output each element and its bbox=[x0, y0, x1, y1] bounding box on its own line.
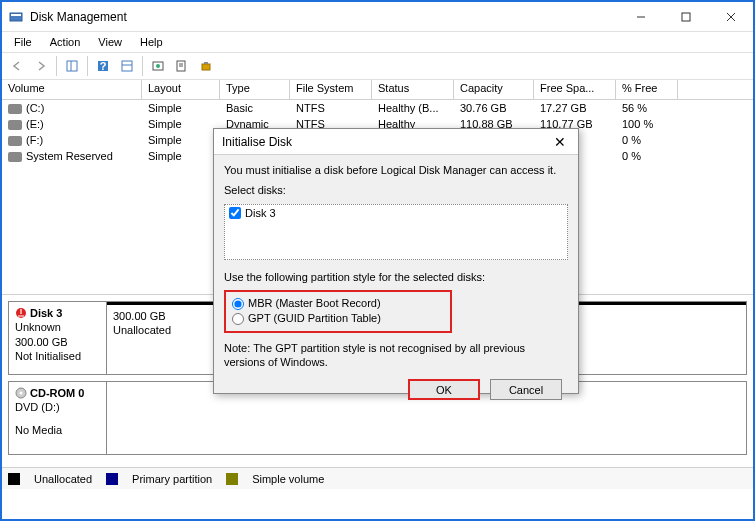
disk-drive-letter: DVD (D:) bbox=[15, 400, 100, 414]
maximize-button[interactable] bbox=[663, 2, 708, 31]
mbr-radio[interactable] bbox=[232, 298, 244, 310]
svg-rect-17 bbox=[202, 64, 210, 70]
toolbar: ? bbox=[2, 52, 753, 80]
mbr-label: MBR (Master Boot Record) bbox=[248, 296, 381, 311]
menubar: File Action View Help bbox=[2, 32, 753, 52]
disk-name: Disk 3 bbox=[30, 306, 62, 320]
gpt-radio[interactable] bbox=[232, 313, 244, 325]
disk-status: Unknown bbox=[15, 320, 100, 334]
partition-style-label: Use the following partition style for th… bbox=[224, 270, 568, 284]
app-icon bbox=[8, 9, 24, 25]
col-pctfree[interactable]: % Free bbox=[616, 80, 678, 99]
col-filesystem[interactable]: File System bbox=[290, 80, 372, 99]
svg-rect-10 bbox=[122, 61, 132, 71]
col-layout[interactable]: Layout bbox=[142, 80, 220, 99]
menu-action[interactable]: Action bbox=[42, 34, 89, 50]
svg-rect-6 bbox=[67, 61, 77, 71]
ok-button[interactable]: OK bbox=[408, 379, 480, 400]
legend-swatch-unallocated bbox=[8, 473, 20, 485]
menu-view[interactable]: View bbox=[90, 34, 130, 50]
menu-help[interactable]: Help bbox=[132, 34, 171, 50]
volume-header: Volume Layout Type File System Status Ca… bbox=[2, 80, 753, 100]
dialog-title: Initialise Disk bbox=[222, 135, 550, 149]
drive-icon bbox=[8, 120, 22, 130]
partition-style-group: MBR (Master Boot Record) GPT (GUID Parti… bbox=[224, 290, 452, 333]
legend-swatch-simple bbox=[226, 473, 238, 485]
disk-label: Disk 3 Unknown 300.00 GB Not Initialised bbox=[9, 302, 107, 374]
volume-row[interactable]: (C:) Simple Basic NTFS Healthy (B... 30.… bbox=[2, 100, 753, 116]
settings-icon[interactable] bbox=[195, 55, 217, 77]
disk-media-status: No Media bbox=[15, 423, 100, 437]
cancel-button[interactable]: Cancel bbox=[490, 379, 562, 400]
disk-label: CD-ROM 0 DVD (D:) No Media bbox=[9, 382, 107, 454]
gpt-label: GPT (GUID Partition Table) bbox=[248, 311, 381, 326]
window-title: Disk Management bbox=[30, 10, 618, 24]
select-disks-label: Select disks: bbox=[224, 183, 568, 197]
disk-name: CD-ROM 0 bbox=[30, 386, 84, 400]
legend-label: Simple volume bbox=[252, 473, 324, 485]
col-volume[interactable]: Volume bbox=[2, 80, 142, 99]
col-capacity[interactable]: Capacity bbox=[454, 80, 534, 99]
drive-icon bbox=[8, 104, 22, 114]
col-status[interactable]: Status bbox=[372, 80, 454, 99]
minimize-button[interactable] bbox=[618, 2, 663, 31]
svg-rect-18 bbox=[204, 62, 208, 64]
legend-swatch-primary bbox=[106, 473, 118, 485]
help-icon[interactable]: ? bbox=[92, 55, 114, 77]
close-button[interactable] bbox=[708, 2, 753, 31]
disk-checkbox-label: Disk 3 bbox=[245, 207, 276, 219]
back-button[interactable] bbox=[6, 55, 28, 77]
mbr-radio-row[interactable]: MBR (Master Boot Record) bbox=[232, 296, 444, 311]
disk-select-list[interactable]: Disk 3 bbox=[224, 204, 568, 260]
dialog-note: Note: The GPT partition style is not rec… bbox=[224, 341, 568, 370]
disk3-checkbox[interactable] bbox=[229, 207, 241, 219]
legend-label: Primary partition bbox=[132, 473, 212, 485]
col-type[interactable]: Type bbox=[220, 80, 290, 99]
svg-point-13 bbox=[156, 64, 160, 68]
dialog-titlebar: Initialise Disk ✕ bbox=[214, 129, 578, 155]
initialise-disk-dialog: Initialise Disk ✕ You must initialise a … bbox=[213, 128, 579, 394]
drive-icon bbox=[8, 136, 22, 146]
svg-text:?: ? bbox=[100, 60, 107, 72]
legend-label: Unallocated bbox=[34, 473, 92, 485]
properties-icon[interactable] bbox=[171, 55, 193, 77]
dialog-message: You must initialise a disk before Logica… bbox=[224, 163, 568, 177]
menu-file[interactable]: File bbox=[6, 34, 40, 50]
drive-icon bbox=[8, 152, 22, 162]
disk-size: 300.00 GB bbox=[15, 335, 100, 349]
disk-init-status: Not Initialised bbox=[15, 349, 100, 363]
legend: Unallocated Primary partition Simple vol… bbox=[2, 467, 753, 489]
col-freespace[interactable]: Free Spa... bbox=[534, 80, 616, 99]
toolbar-panes-icon[interactable] bbox=[61, 55, 83, 77]
gpt-radio-row[interactable]: GPT (GUID Partition Table) bbox=[232, 311, 444, 326]
forward-button[interactable] bbox=[30, 55, 52, 77]
refresh-icon[interactable] bbox=[147, 55, 169, 77]
dialog-close-button[interactable]: ✕ bbox=[550, 134, 570, 150]
svg-rect-1 bbox=[11, 14, 21, 16]
disk-checkbox-row[interactable]: Disk 3 bbox=[229, 207, 563, 219]
titlebar: Disk Management bbox=[2, 2, 753, 32]
toolbar-view-icon[interactable] bbox=[116, 55, 138, 77]
svg-point-21 bbox=[20, 392, 23, 395]
svg-rect-3 bbox=[682, 13, 690, 21]
